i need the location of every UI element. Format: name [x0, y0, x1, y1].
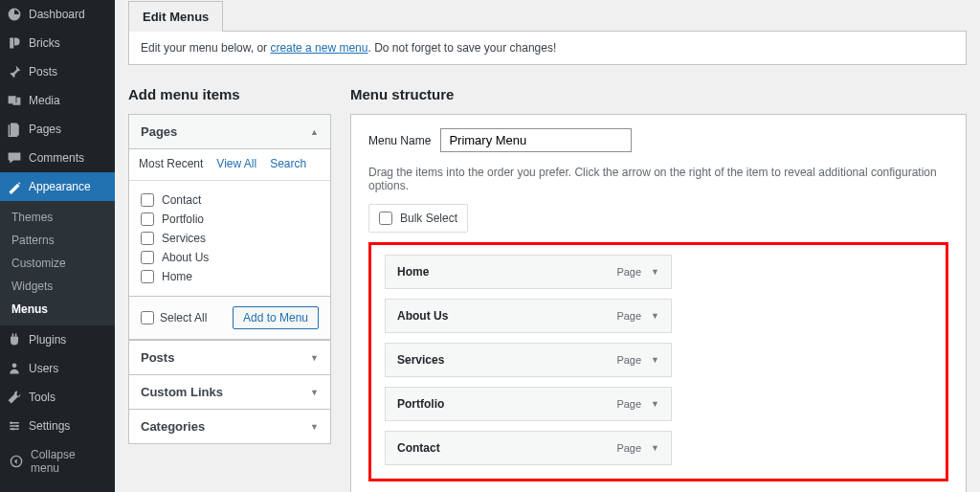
menu-item[interactable]: Portfolio Page▼ [385, 387, 672, 421]
sidebar-item-media[interactable]: Media [0, 86, 115, 115]
collapse-label: Collapse menu [31, 448, 107, 475]
bulk-select-label: Bulk Select [400, 212, 457, 225]
menu-item[interactable]: Services Page▼ [385, 343, 672, 377]
menu-item-type: Page [616, 266, 641, 278]
accordion-custom-links-toggle[interactable]: Custom Links ▼ [129, 374, 330, 409]
sidebar-item-label: Tools [29, 391, 56, 404]
accordion-posts-toggle[interactable]: Posts ▼ [129, 340, 330, 374]
caret-down-icon[interactable]: ▼ [651, 399, 659, 409]
menu-item-title: Home [397, 265, 429, 279]
appearance-submenu: Themes Patterns Customize Widgets Menus [0, 201, 115, 325]
admin-sidebar: Dashboard Bricks Posts Media Pages Comme… [0, 0, 115, 492]
menu-item-title: Portfolio [397, 397, 444, 411]
sidebar-item-dashboard[interactable]: Dashboard [0, 0, 115, 29]
page-checkbox[interactable] [141, 193, 154, 207]
svg-point-3 [11, 428, 13, 430]
accordion-pages: Pages ▲ Most Recent View All Search Cont… [128, 114, 331, 444]
submenu-menus[interactable]: Menus [0, 298, 115, 321]
tab-most-recent[interactable]: Most Recent [139, 157, 203, 180]
caret-up-icon: ▲ [310, 127, 319, 137]
sidebar-item-users[interactable]: Users [0, 354, 115, 383]
submenu-customize[interactable]: Customize [0, 252, 115, 275]
sidebar-item-posts[interactable]: Posts [0, 57, 115, 86]
bulk-select-checkbox[interactable] [379, 212, 392, 225]
add-to-menu-button[interactable]: Add to Menu [233, 306, 319, 329]
page-option-label: About Us [162, 251, 209, 264]
svg-point-2 [16, 425, 18, 427]
accordion-label: Categories [141, 419, 205, 434]
sidebar-item-label: Pages [29, 123, 61, 136]
sidebar-item-label: Posts [29, 65, 57, 78]
sidebar-item-tools[interactable]: Tools [0, 383, 115, 412]
caret-down-icon: ▼ [310, 388, 319, 397]
page-option[interactable]: About Us [141, 248, 319, 267]
menu-structure-panel: Menu Name Drag the items into the order … [350, 114, 967, 492]
caret-down-icon[interactable]: ▼ [651, 311, 659, 321]
sidebar-item-label: Comments [29, 151, 84, 165]
page-option-label: Services [162, 232, 206, 245]
page-option-label: Home [162, 270, 192, 283]
menu-item-title: Contact [397, 441, 440, 455]
sidebar-item-label: Bricks [29, 36, 60, 50]
page-option[interactable]: Contact [141, 190, 319, 210]
page-options-list: Contact Portfolio Services About Us Home [141, 190, 319, 286]
plugins-icon [6, 331, 23, 348]
sidebar-item-plugins[interactable]: Plugins [0, 325, 115, 354]
menu-item-type: Page [616, 442, 641, 454]
caret-down-icon: ▼ [310, 353, 319, 363]
page-checkbox[interactable] [141, 212, 154, 226]
sidebar-item-label: Appearance [29, 180, 91, 193]
menu-name-input[interactable] [440, 128, 632, 152]
menu-items-highlight: Home Page▼ About Us Page▼ Services Page▼ [368, 242, 948, 481]
page-option[interactable]: Services [141, 229, 319, 248]
sidebar-item-pages[interactable]: Pages [0, 115, 115, 144]
sidebar-item-settings[interactable]: Settings [0, 412, 115, 440]
sidebar-item-comments[interactable]: Comments [0, 144, 115, 172]
notice-pre: Edit your menu below, or [141, 41, 270, 55]
page-checkbox[interactable] [141, 232, 154, 245]
accordion-pages-toggle[interactable]: Pages ▲ [129, 115, 330, 149]
sidebar-item-bricks[interactable]: Bricks [0, 29, 115, 57]
bulk-select-top[interactable]: Bulk Select [368, 204, 468, 233]
tools-icon [6, 389, 23, 406]
menu-item[interactable]: Home Page▼ [385, 255, 672, 289]
submenu-patterns[interactable]: Patterns [0, 229, 115, 252]
caret-down-icon[interactable]: ▼ [651, 355, 659, 365]
sidebar-item-label: Users [29, 362, 58, 375]
caret-down-icon[interactable]: ▼ [651, 443, 659, 453]
sidebar-item-label: Dashboard [29, 8, 85, 21]
sidebar-item-appearance[interactable]: Appearance [0, 172, 115, 201]
page-option[interactable]: Portfolio [141, 210, 319, 229]
submenu-widgets[interactable]: Widgets [0, 275, 115, 298]
submenu-themes[interactable]: Themes [0, 206, 115, 229]
accordion-categories-toggle[interactable]: Categories ▼ [129, 409, 330, 443]
menu-item-type: Page [616, 398, 641, 410]
sidebar-item-label: Plugins [29, 333, 66, 347]
create-new-menu-link[interactable]: create a new menu [270, 41, 368, 55]
page-checkbox[interactable] [141, 251, 154, 264]
menu-structure-heading: Menu structure [350, 86, 967, 102]
menu-item-title: Services [397, 353, 444, 367]
tab-search[interactable]: Search [270, 157, 306, 180]
collapse-menu-button[interactable]: Collapse menu [0, 440, 115, 482]
page-option-label: Contact [162, 193, 201, 207]
caret-down-icon[interactable]: ▼ [651, 267, 659, 277]
add-items-heading: Add menu items [128, 86, 331, 102]
svg-point-1 [11, 422, 12, 424]
page-option[interactable]: Home [141, 267, 319, 286]
pin-icon [6, 63, 23, 80]
page-checkbox[interactable] [141, 270, 154, 283]
accordion-label: Custom Links [141, 385, 223, 399]
media-icon [6, 92, 23, 109]
menu-item[interactable]: About Us Page▼ [385, 299, 672, 333]
bricks-icon [6, 34, 23, 52]
accordion-label: Posts [141, 350, 174, 365]
main-content: Edit Menus Edit your menu below, or crea… [115, 0, 980, 492]
tab-view-all[interactable]: View All [216, 157, 256, 180]
tab-edit-menus[interactable]: Edit Menus [128, 1, 223, 32]
select-all-checkbox[interactable] [141, 311, 154, 324]
menu-item[interactable]: Contact Page▼ [385, 431, 672, 465]
menu-item-title: About Us [397, 309, 448, 323]
caret-down-icon: ▼ [310, 422, 319, 432]
select-all[interactable]: Select All [141, 311, 207, 324]
